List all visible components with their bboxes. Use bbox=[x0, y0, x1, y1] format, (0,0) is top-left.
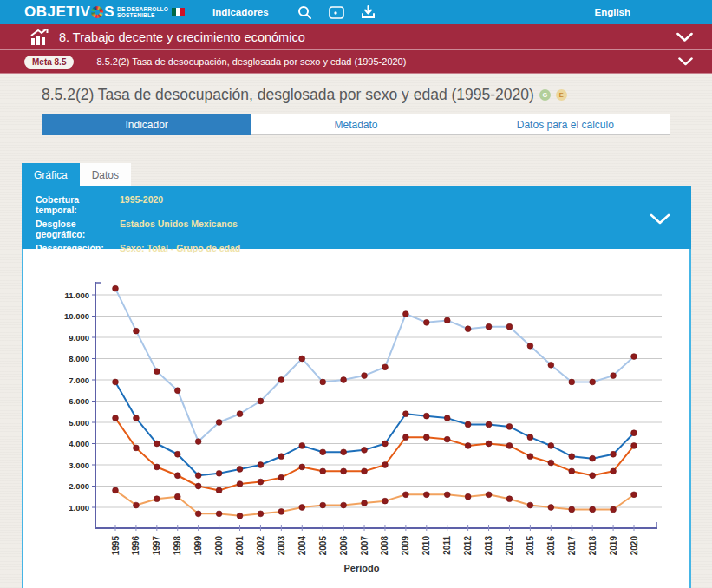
tab-metadato[interactable]: Metadato bbox=[251, 114, 461, 135]
target-chevron-down-icon[interactable] bbox=[678, 57, 693, 66]
svg-text:1996: 1996 bbox=[131, 536, 140, 556]
svg-text:4.000: 4.000 bbox=[69, 439, 89, 448]
goal-chevron-down-icon[interactable] bbox=[676, 32, 693, 42]
svg-text:2012: 2012 bbox=[463, 536, 473, 556]
meta-badge: Meta 8.5 bbox=[24, 56, 74, 69]
svg-text:1995: 1995 bbox=[111, 536, 121, 556]
info-row-cobertura: Cobertura temporal: 1995-2020 bbox=[36, 194, 677, 215]
svg-text:6.000: 6.000 bbox=[69, 396, 89, 406]
svg-text:11.000: 11.000 bbox=[64, 291, 89, 300]
info-label: Desagregación: bbox=[36, 243, 108, 253]
svg-text:2000: 2000 bbox=[214, 536, 224, 556]
page-title: 8.5.2(2) Tasa de desocupación, desglosad… bbox=[42, 86, 534, 104]
line-chart: 1.0002.0003.0004.0005.0006.0007.0008.000… bbox=[23, 249, 689, 588]
info-value: 1995-2020 bbox=[120, 194, 163, 215]
svg-text:2020: 2020 bbox=[630, 536, 639, 556]
svg-text:5.000: 5.000 bbox=[69, 418, 89, 428]
svg-text:2011: 2011 bbox=[442, 536, 452, 555]
tab-indicador[interactable]: Indicador bbox=[42, 114, 251, 135]
search-icon[interactable] bbox=[297, 5, 312, 20]
svg-text:2003: 2003 bbox=[277, 536, 286, 556]
svg-text:2008: 2008 bbox=[380, 536, 389, 556]
indicator-card: Gráfica Datos Cobertura temporal: 1995-2… bbox=[22, 163, 691, 588]
svg-text:8.000: 8.000 bbox=[69, 354, 89, 363]
svg-text:3.000: 3.000 bbox=[69, 461, 89, 470]
logo-s: S bbox=[104, 3, 114, 21]
goal-title: 8. Trabajo decente y crecimiento económi… bbox=[59, 30, 305, 44]
svg-text:7.000: 7.000 bbox=[69, 376, 89, 385]
svg-text:2013: 2013 bbox=[484, 536, 493, 556]
svg-text:2001: 2001 bbox=[235, 536, 245, 556]
nav-indicadores[interactable]: Indicadores bbox=[212, 7, 269, 17]
sdg-wheel-icon bbox=[91, 6, 103, 18]
info-value: Sexo: Total - Grupo de edad bbox=[120, 243, 240, 253]
svg-text:2009: 2009 bbox=[401, 536, 410, 556]
svg-text:2018: 2018 bbox=[588, 536, 598, 556]
svg-text:2017: 2017 bbox=[567, 536, 577, 556]
svg-text:2010: 2010 bbox=[421, 536, 431, 556]
info-value: Estados Unidos Mexicanos bbox=[120, 219, 238, 239]
svg-text:2005: 2005 bbox=[318, 536, 328, 556]
logo-text: OBJETIVS bbox=[24, 3, 114, 21]
svg-text:10.000: 10.000 bbox=[64, 311, 89, 321]
chart-tabs: Gráfica Datos bbox=[22, 163, 691, 186]
tab-grafica[interactable]: Gráfica bbox=[22, 163, 80, 186]
tab-datos-para-el-calculo[interactable]: Datos para el cálculo bbox=[461, 114, 670, 135]
sdg-logo[interactable]: OBJETIVS DE DESARROLLO SOSTENIBLE bbox=[24, 3, 185, 21]
goal-accordion-header[interactable]: 8. Trabajo decente y crecimiento económi… bbox=[0, 24, 712, 49]
mexico-flag-icon bbox=[172, 8, 185, 16]
logo-subtitle: DE DESARROLLO SOSTENIBLE bbox=[117, 6, 168, 18]
svg-text:1.000: 1.000 bbox=[69, 503, 89, 513]
svg-text:1999: 1999 bbox=[193, 536, 203, 556]
info-panel: Cobertura temporal: 1995-2020 Desglose g… bbox=[22, 186, 691, 249]
download-icon[interactable] bbox=[361, 5, 376, 19]
top-icons bbox=[281, 5, 376, 20]
target-accordion-header[interactable]: Meta 8.5 8.5.2(2) Tasa de desocupación, … bbox=[0, 49, 712, 74]
svg-text:2019: 2019 bbox=[609, 536, 618, 556]
svg-text:2015: 2015 bbox=[526, 536, 535, 556]
svg-text:2.000: 2.000 bbox=[69, 481, 89, 491]
info-label: Desglose geográfico: bbox=[36, 219, 108, 239]
svg-text:2016: 2016 bbox=[546, 536, 556, 556]
tab-datos[interactable]: Datos bbox=[80, 163, 131, 186]
panel-chevron-down-icon[interactable] bbox=[650, 212, 670, 228]
badge-g[interactable]: G bbox=[539, 89, 551, 101]
page-title-row: 8.5.2(2) Tasa de desocupación, desglosad… bbox=[0, 74, 712, 104]
badge-e[interactable]: E bbox=[556, 89, 567, 101]
main-tabs: Indicador Metadato Datos para el cálculo bbox=[42, 114, 670, 135]
top-navbar: OBJETIVS DE DESARROLLO SOSTENIBLE Indica… bbox=[0, 0, 712, 24]
chart-line-serie-4 bbox=[115, 490, 634, 515]
svg-text:2014: 2014 bbox=[505, 536, 514, 556]
chart-line-serie-1 bbox=[115, 289, 634, 441]
svg-text:2004: 2004 bbox=[297, 536, 307, 556]
svg-text:9.000: 9.000 bbox=[69, 333, 89, 343]
svg-text:Periodo: Periodo bbox=[344, 563, 380, 573]
info-label: Cobertura temporal: bbox=[36, 194, 108, 215]
svg-text:2007: 2007 bbox=[360, 536, 369, 556]
info-row-desagregacion: Desagregación: Sexo: Total - Grupo de ed… bbox=[36, 243, 677, 253]
chart-area: 1.0002.0003.0004.0005.0006.0007.0008.000… bbox=[22, 249, 691, 588]
svg-text:2002: 2002 bbox=[256, 536, 265, 556]
logo-objetiv: OBJETIV bbox=[24, 3, 90, 21]
svg-text:1998: 1998 bbox=[173, 536, 182, 556]
svg-text:2006: 2006 bbox=[339, 536, 349, 556]
goal-growth-chart-icon bbox=[29, 29, 49, 45]
target-title: 8.5.2(2) Tasa de desocupación, desglosad… bbox=[96, 56, 406, 67]
info-row-desglose: Desglose geográfico: Estados Unidos Mexi… bbox=[36, 219, 677, 239]
language-toggle-english[interactable]: English bbox=[594, 7, 630, 17]
panel-icon[interactable] bbox=[329, 6, 344, 19]
svg-text:1997: 1997 bbox=[152, 536, 161, 556]
